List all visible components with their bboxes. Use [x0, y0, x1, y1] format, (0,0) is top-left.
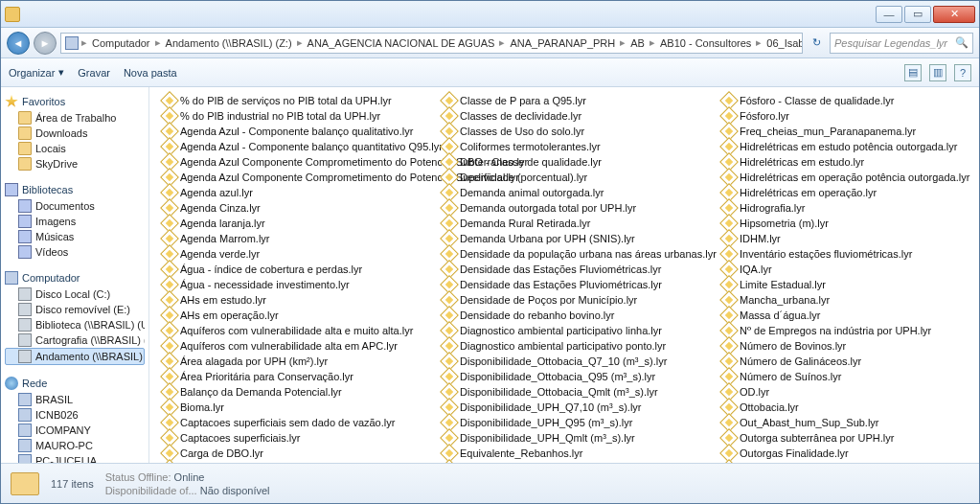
file-item[interactable]: OD.lyr [718, 384, 773, 400]
sidebar-item[interactable]: BRASIL [5, 392, 145, 407]
file-item[interactable]: Hidrelétricas em estudo potência outorga… [718, 139, 961, 154]
file-item[interactable]: Densidade de Poços por Município.lyr [439, 292, 641, 308]
sidebar-item[interactable]: Locais [5, 141, 145, 156]
file-item[interactable]: Mancha_urbana.lyr [718, 292, 833, 308]
file-item[interactable]: Densidade das Estações Pluviométricas.ly… [439, 277, 666, 292]
file-item[interactable]: Hidrografia.lyr [718, 200, 809, 216]
file-item[interactable]: Disponibilidade_UPH_Qmlt (m³_s).lyr [439, 430, 639, 446]
file-item[interactable]: Número de Suínos.lyr [718, 369, 845, 384]
sidebar-item[interactable]: Disco Local (C:) [5, 286, 145, 302]
file-item[interactable]: Agenda Marrom.lyr [159, 231, 274, 246]
file-item[interactable]: Agenda Azul Componente Comprometimento d… [159, 170, 427, 185]
file-item[interactable]: Outorga subterrânea por UPH.lyr [718, 430, 898, 446]
file-item[interactable]: Disponibilidade_Ottobacia_Q7_10 (m³_s).l… [439, 354, 671, 369]
sidebar-item[interactable]: Downloads [5, 126, 145, 141]
save-button[interactable]: Gravar [78, 67, 110, 79]
file-item[interactable]: Hidrelétricas em operação potência outor… [718, 170, 973, 185]
forward-button[interactable]: ► [34, 32, 57, 55]
file-item[interactable]: Agenda laranja.lyr [159, 216, 269, 231]
file-item[interactable]: Demanda Rural Retirada.lyr [439, 216, 594, 231]
sidebar-item[interactable]: Documentos [5, 198, 145, 214]
file-item[interactable]: Agenda Azul - Componente balanço qualita… [159, 124, 417, 139]
sidebar-item[interactable]: Músicas [5, 229, 145, 244]
breadcrumb-segment[interactable]: 06_Isabel [764, 37, 803, 49]
breadcrumb-segment[interactable]: AB10 - Consultores [658, 37, 753, 49]
file-item[interactable]: Demanda animal outorgada.lyr [439, 185, 607, 200]
breadcrumb-segment[interactable]: AB [628, 37, 647, 49]
file-item[interactable]: Agenda azul.lyr [159, 185, 257, 200]
file-item[interactable]: Densidade da população urbana nas áreas … [439, 246, 707, 262]
file-item[interactable]: Agenda Azul Componente Comprometimento d… [159, 154, 427, 170]
file-item[interactable]: Disponibilidade_Ottobacia_Qmlt (m³_s).ly… [439, 384, 662, 400]
file-item[interactable]: % do PIB de serviços no PIB total da UPH… [159, 93, 396, 108]
file-item[interactable]: Classes de Uso do solo.lyr [439, 124, 588, 139]
refresh-button[interactable]: ↻ [807, 36, 826, 49]
file-item[interactable]: DBO - Classe de qualidade.lyr [439, 154, 605, 170]
file-item[interactable]: Classes de declividade.lyr [439, 108, 585, 124]
sidebar-item[interactable]: Biblioteca (\\BRASIL) (U:) [5, 317, 145, 332]
file-item[interactable]: Número de Bovinos.lyr [718, 338, 850, 354]
file-item[interactable]: Hidrelétricas em operação.lyr [718, 185, 880, 200]
breadcrumb[interactable]: ▸Computador▸Andamento (\\BRASIL) (Z:)▸AN… [60, 33, 803, 54]
file-item[interactable]: Agenda Azul - Componente balanço quantit… [159, 139, 427, 154]
file-item[interactable]: Out_Abast_hum_Sup_Sub.lyr [718, 415, 883, 430]
search-input[interactable]: Pesquisar Legendas_lyr 🔍 [830, 33, 973, 54]
new-folder-button[interactable]: Nova pasta [124, 67, 177, 79]
file-item[interactable]: Hidrelétricas em estudo.lyr [718, 154, 868, 170]
file-item[interactable]: AHs em operação.lyr [159, 308, 283, 323]
file-item[interactable]: Hipsometria (m).lyr [718, 216, 832, 231]
sidebar-item[interactable]: Andamento (\\BRASIL) (Z:) [5, 348, 145, 365]
file-item[interactable]: Disponibilidade_Ottobacia_Q95 (m³_s).lyr [439, 369, 659, 384]
file-item[interactable]: Agenda Cinza.lyr [159, 200, 264, 216]
file-item[interactable]: Diagnostico ambiental participativo linh… [439, 323, 666, 338]
file-item[interactable]: Equivalente_Rebanhos.lyr [439, 446, 586, 461]
file-item[interactable]: IQA.lyr [718, 262, 776, 277]
file-item[interactable]: Classe de P para a Q95.lyr [439, 93, 590, 108]
file-item[interactable]: Balanço da Demanda Potencial.lyr [159, 384, 346, 400]
file-item[interactable]: Fósforo.lyr [718, 108, 793, 124]
sidebar-item[interactable]: PC-JUCELIA [5, 453, 145, 463]
sidebar-item[interactable]: Vídeos [5, 244, 145, 260]
organize-menu[interactable]: Organizar ▾ [9, 66, 64, 79]
file-item[interactable]: Aquíferos com vulnerabilidade alta e mui… [159, 323, 417, 338]
file-item[interactable]: Demanda outorgada total por UPH.lyr [439, 200, 640, 216]
breadcrumb-segment[interactable]: Andamento (\\BRASIL) (Z:) [164, 37, 294, 49]
sidebar-item[interactable]: Disco removível (E:) [5, 302, 145, 317]
breadcrumb-segment[interactable]: ANA_AGENCIA NACIONAL DE AGUAS [306, 37, 497, 49]
sidebar-item[interactable]: Imagens [5, 214, 145, 229]
view-options-button[interactable]: ▤ [904, 64, 922, 81]
file-item[interactable]: Captacoes superficiais.lyr [159, 430, 304, 446]
close-button[interactable]: ✕ [933, 6, 975, 23]
preview-pane-button[interactable]: ▥ [929, 64, 946, 81]
file-item[interactable]: Coliformes termotolerantes.lyr [439, 139, 604, 154]
maximize-button[interactable]: ▭ [904, 6, 931, 23]
file-item[interactable]: Agenda verde.lyr [159, 246, 263, 262]
file-item[interactable]: Inventário estações fluviométricas.lyr [718, 246, 916, 262]
sidebar-item[interactable]: ICNB026 [5, 407, 145, 423]
file-item[interactable]: Área alagada por UPH (km²).lyr [159, 354, 331, 369]
sidebar-header[interactable]: Computador [5, 269, 145, 286]
file-item[interactable]: % do PIB industrial no PIB total da UPH.… [159, 108, 384, 124]
sidebar-header[interactable]: Rede [5, 375, 145, 392]
sidebar-item[interactable]: Área de Trabalho [5, 110, 145, 126]
help-button[interactable]: ? [954, 64, 971, 81]
breadcrumb-segment[interactable]: Computador [90, 37, 152, 49]
minimize-button[interactable]: — [876, 6, 902, 23]
back-button[interactable]: ◄ [7, 32, 30, 55]
file-item[interactable]: AHs em estudo.lyr [159, 292, 270, 308]
file-item[interactable]: Demanda Urbana por UPH (SNIS).lyr [439, 231, 639, 246]
sidebar-item[interactable]: MAURO-PC [5, 438, 145, 453]
file-item[interactable]: Nº de Empregos na indústria por UPH.lyr [718, 323, 935, 338]
file-item[interactable]: Freq_cheias_mun_Paranapanema.lyr [718, 124, 920, 139]
file-item[interactable]: Densidade das Estações Fluviométricas.ly… [439, 262, 665, 277]
file-item[interactable]: Limite Estadual.lyr [718, 277, 830, 292]
file-item[interactable]: Número de Galináceos.lyr [718, 354, 865, 369]
file-item[interactable]: Disponibilidade_UPH_Q7,10 (m³_s).lyr [439, 400, 646, 415]
file-item[interactable]: Área Prioritária para Conservação.lyr [159, 369, 357, 384]
sidebar-header[interactable]: Bibliotecas [5, 181, 145, 198]
file-item[interactable]: Outorgas Finalidade.lyr [718, 446, 853, 461]
file-item[interactable]: Densidade do rebanho bovino.lyr [439, 308, 618, 323]
file-item[interactable]: Disponibilidade_UPH_Q95 (m³_s).lyr [439, 415, 636, 430]
file-item[interactable]: Água - índice de cobertura e perdas.lyr [159, 262, 366, 277]
sidebar-item[interactable]: Cartografia (\\BRASIL) (V:) [5, 332, 145, 348]
